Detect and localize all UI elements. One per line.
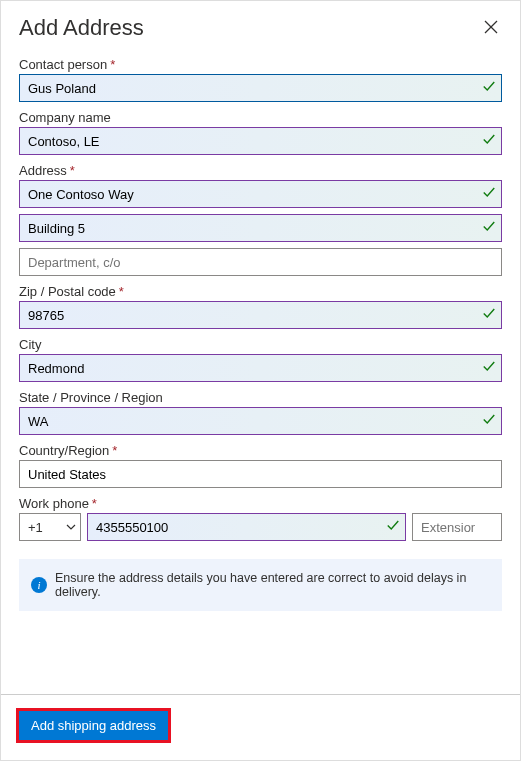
label-text: State / Province / Region [19, 390, 163, 405]
address-line3-input[interactable] [19, 248, 502, 276]
panel-header: Add Address [1, 1, 520, 51]
close-button[interactable] [480, 16, 502, 41]
info-message: Ensure the address details you have ente… [55, 571, 490, 599]
label-text: Country/Region [19, 443, 109, 458]
phone-extension-input[interactable] [412, 513, 502, 541]
field-country: Country/Region * [19, 443, 502, 488]
label-city: City [19, 337, 502, 352]
required-asterisk: * [92, 496, 97, 511]
panel-footer: Add shipping address [1, 694, 520, 760]
label-state: State / Province / Region [19, 390, 502, 405]
close-icon [484, 22, 498, 37]
chevron-down-icon [66, 520, 76, 535]
info-icon: i [31, 577, 47, 593]
required-asterisk: * [110, 57, 115, 72]
label-text: Zip / Postal code [19, 284, 116, 299]
label-work-phone: Work phone * [19, 496, 502, 511]
label-zip: Zip / Postal code * [19, 284, 502, 299]
field-work-phone: Work phone * +1 [19, 496, 502, 541]
phone-country-code-value: +1 [28, 520, 43, 535]
label-country: Country/Region * [19, 443, 502, 458]
zip-input[interactable] [19, 301, 502, 329]
label-text: Address [19, 163, 67, 178]
label-text: City [19, 337, 41, 352]
add-address-panel: Add Address Contact person * Company nam… [0, 0, 521, 761]
company-name-input[interactable] [19, 127, 502, 155]
label-contact-person: Contact person * [19, 57, 502, 72]
required-asterisk: * [112, 443, 117, 458]
required-asterisk: * [70, 163, 75, 178]
label-text: Work phone [19, 496, 89, 511]
field-city: City [19, 337, 502, 382]
city-input[interactable] [19, 354, 502, 382]
address-line1-input[interactable] [19, 180, 502, 208]
field-contact-person: Contact person * [19, 57, 502, 102]
label-text: Company name [19, 110, 111, 125]
state-input[interactable] [19, 407, 502, 435]
form-content: Contact person * Company name Address * [1, 51, 520, 694]
field-zip: Zip / Postal code * [19, 284, 502, 329]
field-address: Address * [19, 163, 502, 276]
field-state: State / Province / Region [19, 390, 502, 435]
label-address: Address * [19, 163, 502, 178]
contact-person-input[interactable] [19, 74, 502, 102]
field-company-name: Company name [19, 110, 502, 155]
phone-country-code-select[interactable]: +1 [19, 513, 81, 541]
add-shipping-address-button[interactable]: Add shipping address [19, 711, 168, 740]
country-input[interactable] [19, 460, 502, 488]
address-line2-input[interactable] [19, 214, 502, 242]
panel-title: Add Address [19, 15, 144, 41]
info-banner: i Ensure the address details you have en… [19, 559, 502, 611]
label-text: Contact person [19, 57, 107, 72]
label-company-name: Company name [19, 110, 502, 125]
phone-number-input[interactable] [87, 513, 406, 541]
required-asterisk: * [119, 284, 124, 299]
